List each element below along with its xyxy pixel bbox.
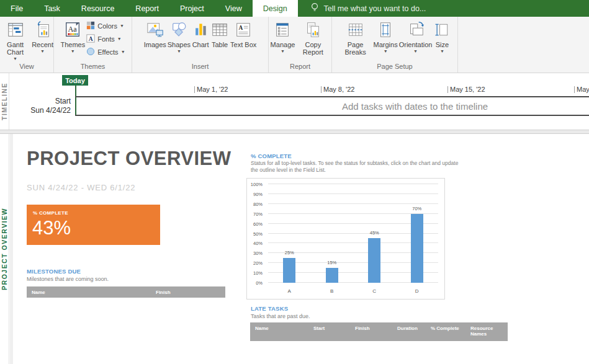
column-header: Finish xyxy=(151,286,225,298)
margins-button[interactable]: Margins ▼ xyxy=(374,18,398,54)
lightbulb-icon xyxy=(310,2,319,14)
ribbon-group-page-setup: Page Breaks Margins ▼ Orientation ▼ xyxy=(332,17,458,73)
text-box-button[interactable]: A Text Box xyxy=(230,18,256,48)
timeline-start-label: Start Sun 4/24/22 xyxy=(10,97,71,115)
table-label: Table xyxy=(212,41,228,48)
fonts-button[interactable]: A Fonts ▼ xyxy=(86,33,125,45)
chart-heading[interactable]: % COMPLETE xyxy=(251,153,292,159)
x-tick-label: D xyxy=(396,288,439,296)
shapes-button[interactable]: Shapes ▼ xyxy=(168,18,191,54)
start-title: Start xyxy=(10,97,71,106)
recent-icon xyxy=(34,20,52,40)
manage-icon xyxy=(273,20,292,40)
column-header: Start xyxy=(308,322,350,341)
effects-label: Effects xyxy=(97,48,118,56)
themes-button[interactable]: Aa Themes ▼ xyxy=(60,18,85,54)
milestones-heading[interactable]: MILESTONES DUE xyxy=(27,268,81,275)
tab-file[interactable]: File xyxy=(0,0,34,17)
report-pane-label[interactable]: PROJECT OVERVIEW xyxy=(0,134,9,364)
report-date-range[interactable]: SUN 4/24/22 - WED 6/1/22 xyxy=(27,183,135,192)
bar-D xyxy=(411,214,423,283)
milestones-subheading: Milestones that are coming soon. xyxy=(27,276,109,282)
table-icon xyxy=(210,20,229,40)
late-tasks-table-header[interactable]: NameStartFinishDuration% CompleteResourc… xyxy=(250,322,508,341)
column-header: Finish xyxy=(350,322,392,341)
timeline-placeholder: Add tasks with dates to the timeline xyxy=(342,101,488,112)
bar-value-label: 25% xyxy=(285,250,294,255)
size-icon xyxy=(433,20,451,40)
pane-splitter[interactable] xyxy=(0,130,589,134)
tab-list: FileTaskResourceReportProjectViewDesign xyxy=(0,0,298,17)
insert-chart-icon xyxy=(192,20,209,40)
tab-resource[interactable]: Resource xyxy=(71,0,125,17)
group-label-insert: Insert xyxy=(132,62,268,73)
timeline-tick: May 8, '22 xyxy=(321,86,354,93)
ribbon-tab-bar: FileTaskResourceReportProjectViewDesign … xyxy=(0,0,589,17)
group-label-report: Report xyxy=(269,62,331,73)
chevron-down-icon: ▼ xyxy=(121,50,125,55)
ribbon: Gantt Chart ▼ Recent ▼ View Aa Themes ▼ xyxy=(0,17,589,73)
kpi-value: 43% xyxy=(32,218,160,238)
shapes-label: Shapes xyxy=(168,41,191,48)
gantt-chart-icon xyxy=(6,20,25,40)
orientation-icon xyxy=(405,20,426,40)
percent-complete-kpi[interactable]: % COMPLETE 43% xyxy=(27,205,160,245)
gantt-chart-label: Gantt Chart xyxy=(0,41,30,56)
percent-complete-chart[interactable]: 0%10%20%30%40%50%60%70%80%90%100% 25%15%… xyxy=(246,178,445,300)
orientation-label: Orientation xyxy=(399,41,433,48)
y-tick-label: 50% xyxy=(253,231,263,236)
table-button[interactable]: Table xyxy=(210,18,229,48)
manage-button[interactable]: Manage ▼ xyxy=(271,18,295,54)
ribbon-group-view: Gantt Chart ▼ Recent ▼ View xyxy=(0,17,54,73)
page-breaks-button[interactable]: Page Breaks xyxy=(339,18,372,56)
group-label-page-setup: Page Setup xyxy=(332,62,457,73)
y-tick-label: 70% xyxy=(253,211,263,216)
y-tick-label: 100% xyxy=(251,182,263,187)
y-tick-label: 80% xyxy=(253,201,263,206)
column-header: Duration xyxy=(392,322,426,341)
tab-view[interactable]: View xyxy=(215,0,253,17)
tell-me-search[interactable]: Tell me what you want to do... xyxy=(310,0,426,17)
timeline-content: Today May 1, '22May 8, '22May 15, '22May… xyxy=(10,73,589,130)
chevron-down-icon: ▼ xyxy=(71,49,75,54)
margins-icon xyxy=(376,20,395,40)
effects-button[interactable]: Effects ▼ xyxy=(86,46,125,58)
chart-plot: 25%15%45%70% xyxy=(268,184,438,283)
fonts-icon: A xyxy=(86,34,95,44)
chevron-down-icon: ▼ xyxy=(13,56,17,61)
report-canvas: PROJECT OVERVIEW SUN 4/24/22 - WED 6/1/2… xyxy=(13,134,589,364)
tab-task[interactable]: Task xyxy=(34,0,71,17)
shapes-icon xyxy=(169,20,189,40)
margins-label: Margins xyxy=(374,41,398,48)
milestones-table-header[interactable]: NameFinish xyxy=(27,286,225,298)
timeline-pane-label[interactable]: TIMELINE xyxy=(0,73,9,130)
ribbon-spacer xyxy=(458,17,589,73)
orientation-button[interactable]: Orientation ▼ xyxy=(399,18,433,54)
chart-category-labels: ABCD xyxy=(268,288,438,296)
timeline-pane[interactable]: TIMELINE Today May 1, '22May 8, '22May 1… xyxy=(0,73,589,130)
chevron-down-icon: ▼ xyxy=(120,24,124,29)
report-title[interactable]: PROJECT OVERVIEW xyxy=(27,148,232,170)
tab-design[interactable]: Design xyxy=(253,0,298,17)
chart-y-axis-labels: 0%10%20%30%40%50%60%70%80%90%100% xyxy=(247,184,266,283)
gantt-chart-button[interactable]: Gantt Chart ▼ xyxy=(0,18,30,61)
manage-label: Manage xyxy=(271,41,295,48)
chevron-down-icon: ▼ xyxy=(40,49,45,54)
images-button[interactable]: Images xyxy=(144,18,166,48)
size-button[interactable]: Size ▼ xyxy=(433,18,451,54)
timeline-tick: May 1, '22 xyxy=(194,86,228,93)
chart-button[interactable]: Chart xyxy=(192,18,209,48)
text-box-label: Text Box xyxy=(230,41,256,48)
tell-me-label: Tell me what you want to do... xyxy=(324,4,426,13)
bar-B xyxy=(326,268,338,283)
copy-report-button[interactable]: Copy Report xyxy=(296,18,330,56)
text-box-icon: A xyxy=(234,20,253,40)
tab-report[interactable]: Report xyxy=(125,0,169,17)
colors-button[interactable]: Colors ▼ xyxy=(86,20,125,32)
tab-project[interactable]: Project xyxy=(169,0,215,17)
timeline-bar[interactable]: Add tasks with dates to the timeline xyxy=(75,96,589,116)
recent-button[interactable]: Recent ▼ xyxy=(32,18,53,54)
late-tasks-heading[interactable]: LATE TASKS xyxy=(251,305,288,312)
chevron-down-icon: ▼ xyxy=(281,49,285,54)
x-tick-label: A xyxy=(268,288,311,296)
